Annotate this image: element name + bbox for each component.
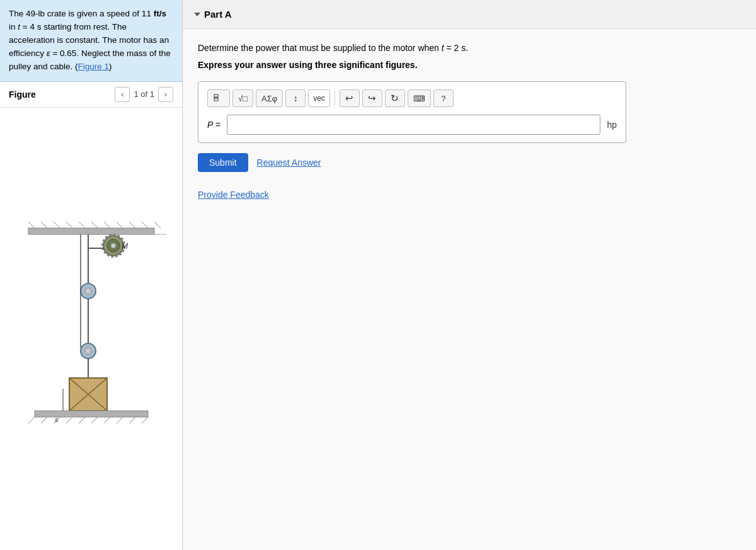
svg-line-30 <box>28 417 35 423</box>
svg-line-38 <box>129 417 135 423</box>
part-title: Part A <box>204 9 232 20</box>
svg-rect-44 <box>214 98 218 101</box>
action-row: Submit Request Answer <box>198 153 741 172</box>
left-panel: The 49-lb crate is given a speed of 11 f… <box>0 0 183 550</box>
math-toolbar: √□ ΑΣφ ↕ vec ↩ <box>207 89 617 107</box>
redo-button[interactable]: ↪ <box>362 89 382 107</box>
svg-line-35 <box>91 417 98 423</box>
svg-point-15 <box>111 243 116 248</box>
symbol-button[interactable]: ΑΣφ <box>256 89 283 107</box>
figure-link[interactable]: Figure 1 <box>78 62 110 71</box>
vec-button[interactable]: vec <box>308 89 330 107</box>
right-panel: Part A Determine the power that must be … <box>183 0 756 550</box>
refresh-icon: ↻ <box>391 93 399 104</box>
problem-text-content: The 49-lb crate is given a speed of 11 f… <box>9 9 171 71</box>
chevron-left-icon: ‹ <box>121 89 123 99</box>
svg-line-3 <box>41 222 47 228</box>
svg-rect-42 <box>214 95 218 97</box>
toolbar-separator-1 <box>335 91 335 105</box>
svg-line-12 <box>154 222 161 228</box>
svg-point-23 <box>85 348 91 354</box>
figure-prev-button[interactable]: ‹ <box>115 87 130 102</box>
sqrt-icon: √□ <box>238 94 248 103</box>
figure-counter: 1 of 1 <box>134 89 154 99</box>
arrows-button[interactable]: ↕ <box>285 89 306 107</box>
reset-button[interactable]: ↻ <box>385 89 405 107</box>
keyboard-icon: ⌨ <box>413 94 425 103</box>
provide-feedback-link[interactable]: Provide Feedback <box>198 190 269 200</box>
svg-rect-0 <box>28 228 154 234</box>
undo-icon: ↩ <box>345 93 353 104</box>
answer-input[interactable] <box>227 115 601 135</box>
vec-label: vec <box>313 94 325 103</box>
provide-feedback-section: Provide Feedback <box>198 190 741 200</box>
svg-line-4 <box>54 222 60 228</box>
svg-line-2 <box>28 222 35 228</box>
submit-button[interactable]: Submit <box>198 153 248 172</box>
figure-section: Figure ‹ 1 of 1 › <box>0 82 182 550</box>
svg-line-7 <box>91 222 98 228</box>
svg-line-5 <box>66 222 72 228</box>
fraction-button[interactable] <box>207 89 230 107</box>
question-line2: Express your answer using three signific… <box>198 60 741 70</box>
svg-line-10 <box>129 222 135 228</box>
undo-button[interactable]: ↩ <box>340 89 360 107</box>
svg-line-36 <box>104 417 110 423</box>
input-row: P = hp <box>207 115 617 135</box>
svg-text:s: s <box>55 416 59 423</box>
unit-label: hp <box>607 120 617 130</box>
svg-line-8 <box>104 222 110 228</box>
pulley-diagram-svg: M <box>16 222 167 436</box>
sigma-icon: ΑΣφ <box>261 94 277 103</box>
answer-box: √□ ΑΣφ ↕ vec ↩ <box>198 81 626 143</box>
svg-line-34 <box>79 417 85 423</box>
svg-line-11 <box>142 222 148 228</box>
problem-description: The 49-lb crate is given a speed of 11 f… <box>0 0 182 82</box>
help-button[interactable]: ? <box>433 89 454 107</box>
p-equals-label: P = <box>207 120 220 130</box>
motor-label: M <box>122 242 128 251</box>
svg-line-37 <box>117 417 123 423</box>
figure-nav: ‹ 1 of 1 › <box>115 87 173 102</box>
figure-label: Figure <box>9 89 36 100</box>
part-header: Part A <box>183 0 756 29</box>
svg-line-33 <box>66 417 72 423</box>
fraction-icon <box>213 92 224 105</box>
svg-line-6 <box>79 222 85 228</box>
svg-line-9 <box>117 222 123 228</box>
redo-icon: ↪ <box>368 93 376 104</box>
part-toggle-icon[interactable] <box>194 13 200 16</box>
svg-line-31 <box>41 417 47 423</box>
request-answer-link[interactable]: Request Answer <box>257 158 321 168</box>
figure-next-button[interactable]: › <box>158 87 173 102</box>
chevron-right-icon: › <box>164 89 167 99</box>
question-mark-icon: ? <box>441 94 445 103</box>
sqrt-button[interactable]: √□ <box>232 89 253 107</box>
arrows-icon: ↕ <box>294 93 298 103</box>
keyboard-button[interactable]: ⌨ <box>408 89 431 107</box>
svg-line-39 <box>142 417 148 423</box>
figure-header: Figure ‹ 1 of 1 › <box>0 82 182 108</box>
svg-point-20 <box>85 288 91 294</box>
figure-diagram: M <box>0 108 182 550</box>
svg-rect-29 <box>35 411 148 417</box>
part-content: Determine the power that must be supplie… <box>183 29 756 212</box>
question-line1: Determine the power that must be supplie… <box>198 42 741 55</box>
